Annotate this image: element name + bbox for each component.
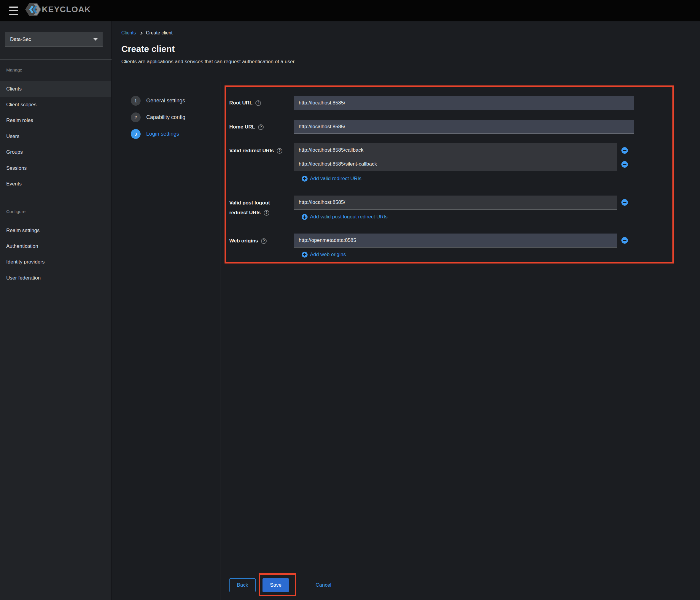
plus-circle-icon — [302, 214, 307, 220]
help-icon[interactable] — [277, 148, 282, 154]
breadcrumb-current: Create client — [146, 30, 173, 35]
sidebar-item-user-federation[interactable]: User federation — [0, 270, 111, 286]
page-title: Create client — [121, 44, 175, 54]
wizard-step-3-circle: 3 — [131, 129, 141, 139]
remove-post-logout-uri-icon[interactable] — [621, 199, 628, 206]
cancel-button[interactable]: Cancel — [315, 578, 332, 592]
help-icon[interactable] — [255, 100, 261, 106]
sidebar-divider — [0, 219, 111, 219]
breadcrumb-clients-link[interactable]: Clients — [121, 30, 136, 35]
sidebar-item-groups[interactable]: Groups — [0, 145, 111, 160]
help-icon[interactable] — [264, 210, 269, 216]
sidebar-item-realm-roles[interactable]: Realm roles — [0, 113, 111, 128]
hamburger-menu-icon[interactable] — [7, 6, 20, 16]
add-web-origins-link[interactable]: Add web origins — [302, 251, 346, 258]
sidebar-item-authentication[interactable]: Authentication — [0, 238, 111, 254]
plus-circle-icon — [302, 176, 307, 182]
sidebar-divider — [0, 78, 111, 78]
sidebar-item-users[interactable]: Users — [0, 128, 111, 144]
remove-web-origin-icon[interactable] — [621, 237, 628, 244]
post-logout-label-line1: Valid post logout — [229, 200, 270, 206]
main-content: Clients Create client Create client Clie… — [111, 21, 700, 600]
page-subtitle: Clients are applications and services th… — [121, 59, 296, 65]
redirect-uri-input-1[interactable] — [294, 143, 617, 157]
valid-redirect-uris-label: Valid redirect URIs — [229, 148, 282, 154]
sidebar-group-manage: Manage — [6, 67, 22, 72]
home-url-input[interactable] — [294, 120, 634, 134]
sidebar-item-realm-settings[interactable]: Realm settings — [0, 222, 111, 238]
sidebar-item-sessions[interactable]: Sessions — [0, 160, 111, 176]
sidebar-item-client-scopes[interactable]: Client scopes — [0, 97, 111, 113]
sidebar-manage-list: Clients Client scopes Realm roles Users … — [0, 81, 111, 192]
wizard-step-1-circle: 1 — [131, 96, 141, 106]
sidebar-group-configure: Configure — [6, 209, 26, 214]
help-icon[interactable] — [258, 124, 264, 130]
sidebar: Data-Sec Manage Clients Client scopes Re… — [0, 21, 111, 600]
wizard-step-login-settings[interactable]: Login settings — [146, 131, 179, 137]
help-icon[interactable] — [261, 238, 267, 244]
root-url-input[interactable] — [294, 96, 634, 110]
back-button[interactable]: Back — [229, 578, 256, 592]
realm-selector-value: Data-Sec — [10, 37, 31, 43]
chevron-down-icon — [93, 38, 98, 41]
top-bar: KEYCLOAK — [0, 0, 700, 21]
sidebar-item-events[interactable]: Events — [0, 176, 111, 192]
wizard-step-general-settings[interactable]: General settings — [146, 98, 185, 104]
post-logout-uri-input[interactable] — [294, 195, 617, 210]
brand-title: KEYCLOAK — [42, 5, 91, 14]
realm-selector[interactable]: Data-Sec — [5, 32, 103, 47]
wizard-panel-divider — [220, 81, 220, 600]
web-origins-label: Web origins — [229, 238, 267, 244]
root-url-label: Root URL — [229, 100, 261, 106]
web-origins-input[interactable] — [294, 234, 617, 247]
add-post-logout-uris-link[interactable]: Add valid post logout redirect URIs — [302, 214, 388, 220]
remove-redirect-uri-2-icon[interactable] — [621, 161, 628, 168]
sidebar-configure-list: Realm settings Authentication Identity p… — [0, 222, 111, 286]
post-logout-label-line2: redirect URIs — [229, 210, 269, 216]
home-url-label: Home URL — [229, 124, 264, 130]
keycloak-logo[interactable]: KEYCLOAK — [25, 2, 91, 17]
redirect-uri-input-2[interactable] — [294, 157, 617, 171]
plus-circle-icon — [302, 251, 307, 258]
wizard-step-2-circle: 2 — [131, 113, 141, 122]
remove-redirect-uri-1-icon[interactable] — [621, 147, 628, 154]
wizard-step-capability-config[interactable]: Capability config — [146, 114, 185, 120]
add-valid-redirect-uris-link[interactable]: Add valid redirect URIs — [302, 176, 361, 182]
breadcrumb: Clients Create client — [121, 30, 173, 35]
keycloak-logo-icon — [25, 2, 41, 17]
save-button[interactable]: Save — [262, 578, 289, 592]
sidebar-item-identity-providers[interactable]: Identity providers — [0, 254, 111, 270]
keycloak-admin-console: KEYCLOAK Data-Sec Manage Clients Client … — [0, 0, 700, 600]
sidebar-item-clients[interactable]: Clients — [0, 81, 111, 97]
breadcrumb-chevron-icon — [139, 31, 142, 35]
